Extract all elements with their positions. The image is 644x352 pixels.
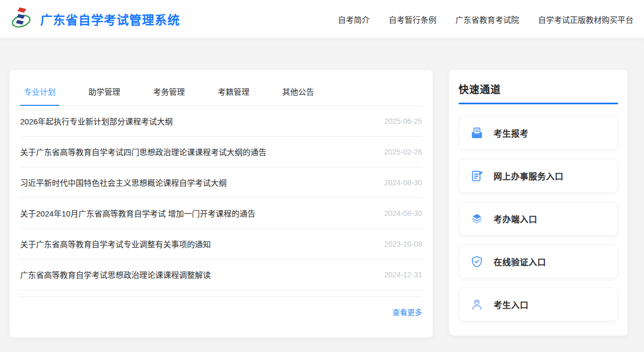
tab-exam-affairs[interactable]: 考务管理 (149, 84, 189, 106)
nav-link-regulations[interactable]: 自考暂行条例 (389, 14, 436, 25)
news-item[interactable]: 关于2024年10月广东省高等教育自学考试 增加一门开考课程的通告 2024-0… (20, 198, 422, 229)
view-more-link[interactable]: 查看更多 (392, 308, 422, 317)
news-date: 2024-08-30 (384, 178, 422, 187)
quick-link-exam-office-portal[interactable]: 考办端入口 (459, 202, 618, 236)
news-panel: 专业计划 助学管理 考务管理 考籍管理 其他公告 2026年起执行专业新计划部分… (10, 70, 433, 338)
nav-link-education-institute[interactable]: 广东省教育考试院 (455, 14, 519, 25)
news-date: 2023-10-08 (384, 240, 422, 248)
news-footer: 查看更多 (20, 297, 422, 317)
tab-study-aid[interactable]: 助学管理 (85, 84, 124, 106)
news-item[interactable]: 关于广东省高等教育自学考试四门思想政治理论课课程考试大纲的通告 2025-02-… (20, 137, 422, 167)
news-item[interactable]: 习近平新时代中国特色社会主义思想概论课程自学考试大纲 2024-08-30 (20, 167, 422, 198)
top-nav: 自考简介 自考暂行条例 广东省教育考试院 自学考试正版教材购买平台 (319, 14, 633, 25)
news-title[interactable]: 广东省高等教育自学考试思想政治理论课课程调整解读 (20, 269, 211, 280)
news-title[interactable]: 关于广东省高等教育自学考试四门思想政治理论课课程考试大纲的通告 (20, 146, 266, 157)
quick-link-candidate-portal[interactable]: 考生入口 (459, 287, 618, 321)
quick-link-label[interactable]: 网上办事服务入口 (494, 169, 564, 182)
quick-channel-panel: 快速通道 考生报考 (449, 70, 628, 336)
page-title: 广东省自学考试管理系统 (40, 10, 180, 28)
news-item[interactable]: 关于广东省高等教育自学考试专业调整有关事项的通知 2023-10-08 (20, 229, 422, 259)
quick-link-list: 考生报考 网上办事服务入口 (459, 116, 618, 321)
news-item[interactable]: 广东省高等教育自学考试思想政治理论课课程调整解读 2024-12-31 (20, 259, 422, 290)
tab-exam-records[interactable]: 考籍管理 (214, 84, 253, 106)
quick-channel-title: 快速通道 (459, 82, 618, 96)
news-list: 2026年起执行专业新计划部分课程考试大纲 2025-06-25 关于广东省高等… (20, 106, 422, 297)
quick-link-online-verification[interactable]: 在线验证入口 (459, 245, 618, 278)
quick-link-label[interactable]: 考生入口 (494, 298, 529, 311)
shield-check-icon (470, 255, 484, 268)
tab-other-notices[interactable]: 其他公告 (279, 84, 318, 106)
quick-link-label[interactable]: 考办端入口 (494, 212, 538, 225)
news-title[interactable]: 2026年起执行专业新计划部分课程考试大纲 (20, 115, 173, 127)
news-title[interactable]: 关于广东省高等教育自学考试专业调整有关事项的通知 (20, 238, 211, 249)
news-date: 2024-08-30 (384, 209, 422, 218)
news-date: 2025-02-26 (384, 148, 422, 156)
news-item[interactable]: 2026年起执行专业新计划部分课程考试大纲 2025-06-25 (20, 106, 422, 137)
header: 广东省自学考试管理系统 自考简介 自考暂行条例 广东省教育考试院 自学考试正版教… (0, 0, 644, 39)
quick-link-candidate-registration[interactable]: 考生报考 (459, 116, 618, 150)
inbox-icon (470, 127, 484, 140)
layers-icon (470, 212, 484, 225)
news-tabs: 专业计划 助学管理 考务管理 考籍管理 其他公告 (20, 70, 422, 106)
edit-document-icon (470, 169, 484, 183)
news-date: 2024-12-31 (384, 270, 422, 279)
news-title[interactable]: 习近平新时代中国特色社会主义思想概论课程自学考试大纲 (20, 177, 227, 188)
quick-link-online-services[interactable]: 网上办事服务入口 (459, 159, 618, 193)
site-logo-icon (8, 5, 34, 33)
quick-link-label[interactable]: 考生报考 (494, 127, 529, 139)
nav-link-intro[interactable]: 自考简介 (338, 14, 370, 25)
tab-major-plan[interactable]: 专业计划 (20, 84, 59, 106)
news-list-divider (20, 290, 422, 297)
nav-link-textbook-platform[interactable]: 自学考试正版教材购买平台 (538, 14, 633, 25)
user-icon (470, 298, 484, 311)
news-date: 2025-06-25 (384, 117, 422, 125)
quick-channel-divider (459, 103, 618, 104)
news-title[interactable]: 关于2024年10月广东省高等教育自学考试 增加一门开考课程的通告 (20, 207, 255, 219)
main-content: 专业计划 助学管理 考务管理 考籍管理 其他公告 2026年起执行专业新计划部分… (0, 39, 644, 338)
quick-link-label[interactable]: 在线验证入口 (494, 255, 546, 268)
